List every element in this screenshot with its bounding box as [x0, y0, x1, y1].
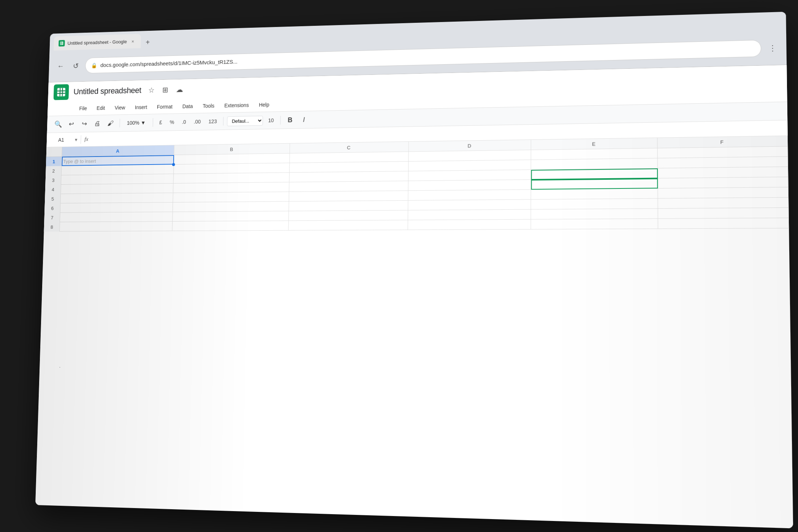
cell-D2[interactable]	[408, 160, 531, 171]
col-header-F[interactable]: F	[657, 136, 788, 148]
row-number-8[interactable]: 8	[44, 222, 60, 232]
bold-button[interactable]: B	[284, 114, 296, 126]
move-button[interactable]: ⊞	[160, 84, 171, 95]
document-title: Untitled spreadsheet	[73, 86, 141, 96]
new-tab-button[interactable]: +	[142, 36, 154, 48]
cell-A7[interactable]	[60, 212, 173, 222]
cell-A6[interactable]	[60, 203, 173, 213]
font-selector[interactable]: Defaul...	[227, 116, 263, 126]
cell-D3[interactable]	[408, 170, 531, 181]
menu-extensions[interactable]: Extensions	[220, 100, 253, 111]
cell-E5[interactable]	[531, 188, 658, 200]
cell-D8[interactable]	[408, 220, 531, 230]
row-number-1[interactable]: 1	[46, 157, 62, 166]
cell-B7[interactable]	[173, 211, 289, 222]
redo-button[interactable]: ↪	[79, 118, 90, 130]
star-button[interactable]: ☆	[146, 85, 157, 96]
cell-B3[interactable]	[174, 173, 290, 183]
cell-A2[interactable]	[62, 165, 174, 175]
cell-C5[interactable]	[289, 191, 408, 201]
cell-F5[interactable]	[658, 187, 788, 199]
cell-F6[interactable]	[658, 198, 788, 209]
nav-reload-button[interactable]: ↺	[69, 59, 82, 72]
cell-A3[interactable]	[61, 174, 174, 185]
zoom-control[interactable]: 100% ▼	[123, 118, 149, 127]
nav-back-button[interactable]: ←	[54, 60, 67, 73]
col-header-B[interactable]: B	[174, 144, 290, 155]
font-size-button[interactable]: 10	[265, 116, 277, 125]
percent-button[interactable]: %	[167, 118, 177, 127]
cell-E6[interactable]	[531, 199, 658, 210]
format-paint-button[interactable]: 🖌	[105, 117, 116, 129]
cell-B6[interactable]	[173, 201, 289, 212]
print-button[interactable]: 🖨	[92, 118, 103, 130]
cell-D7[interactable]	[408, 209, 531, 220]
tab-title: Untitled spreadsheet - Google	[67, 39, 127, 46]
cell-B1[interactable]	[174, 154, 290, 165]
cell-F2[interactable]	[658, 157, 788, 168]
cell-D4[interactable]	[408, 180, 531, 191]
cell-C1[interactable]	[290, 152, 408, 163]
print-icon: 🖨	[94, 120, 101, 127]
menu-view[interactable]: View	[110, 103, 129, 113]
col-header-C[interactable]: C	[290, 142, 409, 153]
cell-F8[interactable]	[658, 218, 789, 229]
decimal-down-button[interactable]: .0	[179, 117, 189, 126]
row-number-7[interactable]: 7	[44, 213, 60, 222]
menu-edit[interactable]: Edit	[92, 103, 109, 113]
zoom-dropdown-icon: ▼	[141, 120, 146, 125]
row-number-3[interactable]: 3	[45, 175, 61, 185]
cell-E8[interactable]	[531, 219, 658, 230]
cell-A1[interactable]: Type @ to insert	[62, 155, 174, 166]
browser-tab-active[interactable]: Untitled spreadsheet - Google ×	[54, 34, 141, 51]
cell-B4[interactable]	[173, 182, 289, 193]
menu-format[interactable]: Format	[153, 101, 177, 112]
menu-file[interactable]: File	[75, 103, 91, 114]
nav-buttons: ← ↺	[54, 59, 82, 73]
menu-tools[interactable]: Tools	[198, 101, 219, 111]
cell-B8[interactable]	[173, 221, 289, 231]
decimal-up-button[interactable]: .00	[191, 117, 204, 126]
cell-C2[interactable]	[290, 162, 409, 173]
col-header-D[interactable]: D	[409, 140, 532, 152]
cell-D5[interactable]	[408, 190, 531, 201]
cell-A5[interactable]	[60, 193, 173, 203]
sheets-favicon	[59, 40, 65, 46]
cell-A4[interactable]	[61, 184, 174, 194]
italic-button[interactable]: I	[298, 114, 310, 126]
cell-C3[interactable]	[289, 171, 408, 182]
undo-button[interactable]: ↩	[66, 118, 77, 130]
browser-menu-button[interactable]: ⋮	[765, 41, 780, 55]
cell-C6[interactable]	[289, 201, 408, 211]
cell-C4[interactable]	[289, 181, 408, 192]
cell-F7[interactable]	[658, 208, 788, 219]
menu-insert[interactable]: Insert	[131, 102, 152, 112]
row-number-4[interactable]: 4	[45, 185, 61, 194]
cell-B2[interactable]	[174, 163, 290, 174]
cell-A8[interactable]	[60, 222, 173, 231]
menu-help[interactable]: Help	[255, 100, 274, 110]
cell-E7[interactable]	[531, 209, 658, 219]
cloud-button[interactable]: ☁	[174, 84, 185, 95]
row-number-5[interactable]: 5	[45, 194, 61, 204]
cell-E2[interactable]	[531, 158, 658, 170]
number-format-button[interactable]: 123	[206, 117, 220, 126]
row-number-2[interactable]: 2	[46, 166, 62, 176]
cell-E4[interactable]	[531, 179, 658, 190]
toolbar-divider-2	[152, 118, 153, 127]
cell-C8[interactable]	[288, 220, 408, 231]
cell-B5[interactable]	[173, 192, 289, 203]
cell-F3[interactable]	[658, 167, 788, 178]
dropdown-arrow-icon[interactable]: ▾	[75, 136, 78, 142]
cell-C7[interactable]	[289, 211, 408, 221]
col-header-A[interactable]: A	[62, 145, 174, 156]
menu-data[interactable]: Data	[178, 101, 197, 112]
search-button[interactable]: 🔍	[52, 119, 64, 130]
cell-F4[interactable]	[658, 177, 788, 188]
cell-E3[interactable]	[531, 168, 658, 180]
cell-D6[interactable]	[408, 200, 531, 210]
tab-close-button[interactable]: ×	[130, 38, 136, 44]
row-number-6[interactable]: 6	[44, 203, 60, 213]
col-header-E[interactable]: E	[531, 138, 657, 150]
currency-button[interactable]: £	[157, 118, 165, 127]
